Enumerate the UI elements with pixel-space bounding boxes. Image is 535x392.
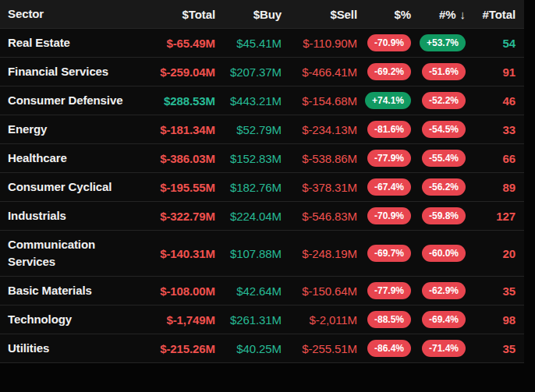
num-pct-cell: +53.7%: [411, 34, 466, 51]
table-row[interactable]: Consumer Cyclical$-195.55M$182.76M$-378.…: [0, 173, 524, 202]
count-cell: 35: [466, 284, 524, 298]
table-row[interactable]: Technology$-1,749M$261.31M$-2,011M-88.5%…: [0, 305, 524, 334]
dollar-pct-cell: -86.4%: [357, 340, 411, 357]
count-cell: 127: [466, 210, 524, 223]
table-row[interactable]: Healthcare$-386.03M$152.83M$-538.86M-77.…: [0, 144, 524, 173]
total-cell: $-65.49M: [129, 37, 215, 50]
buy-cell: $224.04M: [215, 210, 282, 223]
num-pct-cell: -56.2%: [411, 178, 466, 196]
table-row[interactable]: Industrials$-322.79M$224.04M$-546.83M-70…: [0, 202, 524, 231]
table-body: Real Estate$-65.49M$45.41M$-110.90M-70.9…: [0, 29, 524, 363]
sell-cell: $-154.68M: [282, 94, 357, 108]
sell-cell: $-466.41M: [282, 65, 357, 79]
table-row[interactable]: Financial Services$-259.04M$207.37M$-466…: [0, 58, 524, 87]
buy-cell: $40.25M: [215, 342, 282, 355]
dollar-pct-badge: -88.5%: [367, 311, 411, 328]
num-pct-badge: -69.4%: [422, 311, 466, 328]
sector-cell: Healthcare: [0, 150, 129, 167]
footer-strip: [0, 363, 535, 380]
dollar-pct-badge: -86.4%: [367, 340, 411, 357]
sector-cell: Real Estate: [0, 34, 129, 51]
num-pct-cell: -59.8%: [411, 207, 466, 224]
dollar-pct-badge: -81.6%: [367, 121, 411, 138]
count-cell: 98: [466, 313, 524, 327]
sector-cell: Utilities: [0, 340, 129, 357]
count-cell: 89: [466, 181, 524, 194]
sell-cell: $-2,011M: [282, 313, 357, 327]
count-cell: 35: [466, 342, 524, 355]
table-row[interactable]: Energy$-181.34M$52.79M$-234.13M-81.6%-54…: [0, 115, 524, 144]
total-cell: $-215.26M: [129, 342, 215, 355]
buy-cell: $152.83M: [215, 152, 282, 165]
header-count[interactable]: #Total: [466, 8, 524, 21]
header-total[interactable]: $Total: [129, 8, 215, 21]
header-sell[interactable]: $Sell: [282, 8, 357, 21]
num-pct-badge: -62.9%: [422, 282, 466, 299]
num-pct-cell: -71.4%: [411, 340, 466, 357]
num-pct-badge: -60.0%: [422, 245, 466, 262]
num-pct-cell: -69.4%: [411, 311, 466, 328]
table-row[interactable]: Real Estate$-65.49M$45.41M$-110.90M-70.9…: [0, 29, 524, 58]
header-buy[interactable]: $Buy: [215, 8, 282, 21]
dollar-pct-cell: -88.5%: [357, 311, 411, 328]
buy-cell: $107.88M: [215, 247, 282, 260]
count-cell: 91: [466, 65, 524, 79]
count-cell: 54: [466, 37, 524, 50]
sector-flow-table: Sector$Total$Buy$Sell$%#%↓#Total Real Es…: [0, 0, 524, 363]
num-pct-badge: +53.7%: [420, 34, 466, 51]
count-cell: 20: [466, 247, 524, 260]
num-pct-badge: -56.2%: [422, 178, 466, 196]
num-pct-cell: -54.5%: [411, 121, 466, 138]
sell-cell: $-248.19M: [282, 247, 357, 260]
dollar-pct-badge: +74.1%: [365, 92, 411, 109]
total-cell: $-259.04M: [129, 65, 215, 79]
total-cell: $-386.03M: [129, 152, 215, 165]
sell-cell: $-110.90M: [282, 37, 357, 50]
total-cell: $-195.55M: [129, 181, 215, 194]
table-row[interactable]: Utilities$-215.26M$40.25M$-255.51M-86.4%…: [0, 334, 524, 363]
buy-cell: $443.21M: [215, 94, 282, 108]
num-pct-badge: -71.4%: [422, 340, 466, 357]
sell-cell: $-378.31M: [282, 181, 357, 194]
total-cell: $-1,749M: [129, 313, 215, 327]
dollar-pct-badge: -70.9%: [367, 207, 411, 224]
buy-cell: $42.64M: [215, 284, 282, 298]
sector-cell: Technology: [0, 311, 129, 328]
dollar-pct-cell: -67.4%: [357, 178, 411, 196]
total-cell: $-181.34M: [129, 123, 215, 136]
buy-cell: $182.76M: [215, 181, 282, 194]
table-header: Sector$Total$Buy$Sell$%#%↓#Total: [0, 0, 524, 29]
num-pct-cell: -51.6%: [411, 63, 466, 80]
sell-cell: $-255.51M: [282, 342, 357, 355]
table-row[interactable]: Basic Materials$-108.00M$42.64M$-150.64M…: [0, 277, 524, 305]
sector-cell: Energy: [0, 121, 129, 138]
dollar-pct-badge: -67.4%: [367, 178, 411, 196]
sell-cell: $-150.64M: [282, 284, 357, 298]
header-dollar_pct[interactable]: $%: [357, 8, 411, 21]
num-pct-badge: -54.5%: [422, 121, 466, 138]
sector-cell: Consumer Defensive: [0, 92, 129, 109]
buy-cell: $52.79M: [215, 123, 282, 136]
header-num_pct[interactable]: #%↓: [411, 8, 466, 21]
total-cell: $-108.00M: [129, 284, 215, 298]
sector-cell: Consumer Cyclical: [0, 178, 129, 196]
header-sector[interactable]: Sector: [0, 5, 129, 23]
dollar-pct-cell: -70.9%: [357, 34, 411, 51]
dollar-pct-badge: -70.9%: [367, 34, 411, 51]
buy-cell: $261.31M: [215, 313, 282, 327]
num-pct-cell: -62.9%: [411, 282, 466, 299]
sector-flow-screen: Sector$Total$Buy$Sell$%#%↓#Total Real Es…: [0, 0, 535, 392]
count-cell: 46: [466, 94, 524, 108]
table-row[interactable]: Consumer Defensive$288.53M$443.21M$-154.…: [0, 87, 524, 115]
dollar-pct-cell: -69.2%: [357, 63, 411, 80]
count-cell: 66: [466, 152, 524, 165]
num-pct-badge: -55.4%: [422, 150, 466, 167]
sell-cell: $-538.86M: [282, 152, 357, 165]
dollar-pct-cell: -81.6%: [357, 121, 411, 138]
sector-cell: Industrials: [0, 207, 129, 224]
table-row[interactable]: Communication Services$-140.31M$107.88M$…: [0, 231, 524, 277]
dollar-pct-cell: -77.9%: [357, 282, 411, 299]
dollar-pct-cell: -70.9%: [357, 207, 411, 224]
dollar-pct-badge: -69.7%: [367, 245, 411, 262]
count-cell: 33: [466, 123, 524, 136]
